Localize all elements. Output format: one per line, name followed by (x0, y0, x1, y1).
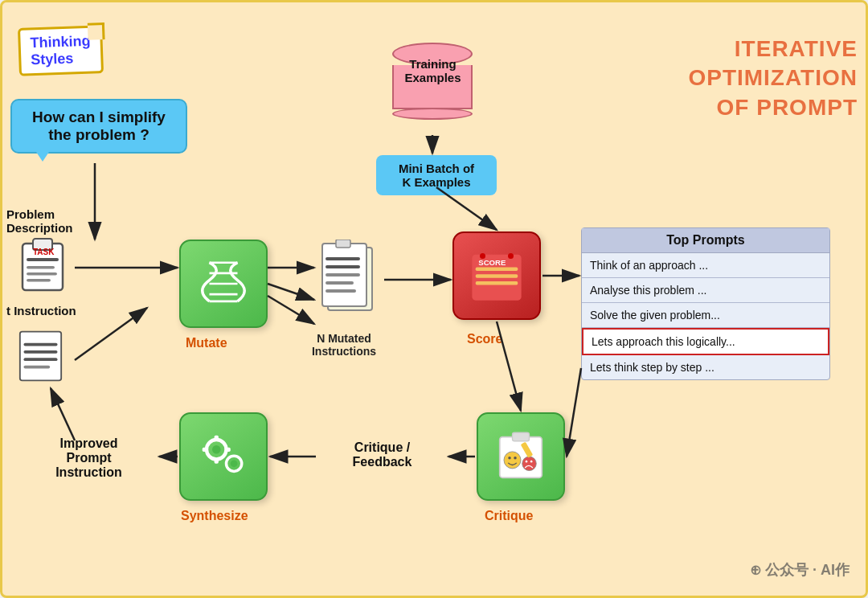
watermark: ⊕ 公众号 · AI作 (750, 560, 850, 580)
svg-rect-24 (336, 240, 350, 248)
critique-feedback-label: Critique / Feedback (316, 440, 448, 469)
svg-point-45 (522, 457, 537, 471)
svg-rect-26 (476, 268, 518, 271)
top-prompts-row-5: Lets think step by step ... (582, 355, 829, 379)
main-diagram: ITERATIVE OPTIMIZATION OF PROMPT Thinkin… (0, 0, 868, 598)
svg-line-60 (567, 368, 581, 457)
synthesize-box (179, 412, 268, 501)
mutate-box (179, 240, 268, 328)
score-label: Score (467, 332, 502, 346)
svg-point-42 (504, 452, 521, 469)
synthesize-label: Synthesize (181, 509, 248, 523)
mutated-doc-icon (316, 240, 380, 320)
svg-rect-27 (476, 274, 518, 277)
svg-rect-20 (326, 265, 360, 268)
svg-rect-9 (24, 350, 58, 354)
svg-rect-21 (326, 273, 360, 276)
thinking-styles-box: Thinking Styles (18, 25, 104, 76)
svg-line-54 (268, 284, 314, 300)
svg-rect-8 (24, 343, 58, 346)
svg-point-33 (212, 445, 221, 454)
top-prompts-row-2: Analyse this problem ... (582, 278, 829, 303)
svg-rect-2 (27, 258, 59, 261)
svg-point-46 (526, 461, 528, 463)
top-prompts-row-4: Lets approach this logically... (582, 328, 829, 355)
svg-text:TASK: TASK (33, 248, 55, 256)
doc-icon (14, 328, 67, 384)
svg-rect-36 (215, 436, 219, 441)
svg-rect-41 (513, 432, 530, 441)
simplify-text: How can I simplify the problem ? (32, 109, 166, 143)
critique-box (477, 412, 565, 501)
svg-rect-11 (24, 366, 51, 369)
svg-line-55 (268, 296, 314, 324)
svg-point-43 (508, 457, 511, 460)
top-prompts-row-3: Solve the given problem... (582, 303, 829, 328)
training-examples-label: Training Examples (387, 51, 479, 84)
problem-desc-label: Problem Description (6, 207, 73, 235)
svg-point-35 (231, 460, 238, 467)
svg-rect-39 (225, 448, 231, 452)
svg-rect-37 (215, 458, 219, 464)
svg-rect-22 (326, 281, 354, 285)
svg-rect-7 (20, 332, 61, 381)
svg-rect-23 (326, 289, 356, 293)
svg-rect-38 (203, 448, 208, 452)
thinking-styles-label: Thinking Styles (30, 33, 91, 69)
task-clipboard-icon: TASK (18, 236, 67, 292)
mutate-label: Mutate (186, 336, 227, 350)
svg-line-51 (75, 308, 147, 360)
svg-rect-19 (326, 257, 360, 260)
simplify-bubble: How can I simplify the problem ? (10, 99, 187, 154)
svg-point-47 (530, 461, 533, 463)
score-box: SCORE (452, 231, 541, 320)
top-prompts-table: Top Prompts Think of an approach ... Ana… (581, 227, 830, 380)
critique-label: Critique (485, 509, 533, 523)
svg-point-31 (508, 253, 514, 259)
improved-prompt-label: Improved Prompt Instruction (23, 436, 155, 480)
svg-rect-4 (27, 272, 57, 276)
svg-rect-3 (27, 266, 55, 269)
svg-rect-10 (24, 358, 58, 361)
svg-line-65 (51, 388, 75, 440)
instruction-label: t Instruction (6, 304, 76, 317)
svg-point-44 (514, 457, 517, 460)
mini-batch-box: Mini Batch of K Examples (376, 155, 497, 195)
top-prompts-row-1: Think of an approach ... (582, 253, 829, 278)
svg-point-30 (480, 253, 485, 259)
top-prompts-header: Top Prompts (582, 228, 829, 253)
svg-rect-28 (476, 281, 518, 285)
mutated-instructions-label: N Mutated Instructions (296, 332, 392, 358)
svg-text:SCORE: SCORE (478, 258, 506, 267)
svg-rect-5 (27, 279, 51, 282)
iterative-optimization-label: ITERATIVE OPTIMIZATION OF PROMPT (688, 35, 858, 122)
mini-batch-label: Mini Batch of K Examples (399, 162, 474, 189)
